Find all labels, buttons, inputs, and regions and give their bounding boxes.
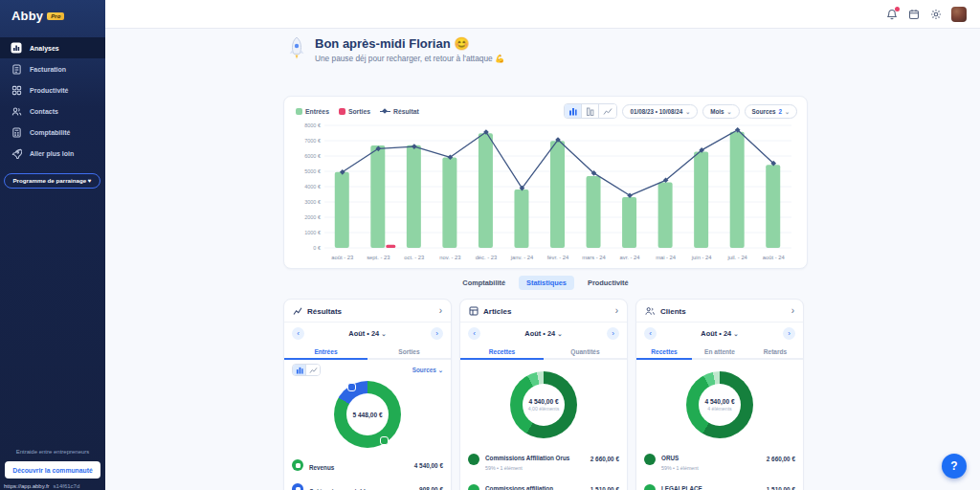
sidebar-footer: Entraide entre entrepreneurs Découvrir l… <box>0 449 105 479</box>
sidebar-item-productivite[interactable]: Productivité <box>0 79 105 100</box>
invoice-icon <box>11 63 22 75</box>
resultats-donut-chart[interactable]: 5 448,00 € <box>334 381 401 448</box>
tab-sorties[interactable]: Sorties <box>368 345 451 360</box>
tab-comptabilite[interactable]: Comptabilité <box>455 276 513 290</box>
category-icon <box>644 454 656 465</box>
settings-gear-icon[interactable] <box>929 8 943 21</box>
discover-community-button[interactable]: Découvrir la communauté <box>5 461 100 479</box>
sidebar-item-label: Aller plus loin <box>30 150 74 157</box>
sidebar-item-label: Contacts <box>30 108 58 115</box>
legend-row-revenus[interactable]: Revenus 4 540,00 € <box>292 454 443 478</box>
app-window: Abby Pro Analyses Facturation Producti <box>0 0 980 490</box>
sidebar-item-comptabilite[interactable]: Comptabilité <box>0 122 105 143</box>
sorties-swatch <box>339 108 345 115</box>
donut-subtotal: 4,00 éléments <box>528 406 560 412</box>
svg-text:sept. - 23: sept. - 23 <box>367 255 390 260</box>
user-avatar[interactable] <box>951 7 967 22</box>
svg-text:7000 €: 7000 € <box>304 138 321 144</box>
svg-text:2000 €: 2000 € <box>304 214 321 220</box>
donut-line-toggle <box>292 364 321 376</box>
calendar-icon[interactable] <box>907 8 921 21</box>
svg-text:août - 23: août - 23 <box>331 255 353 260</box>
donut-total: 5 448,00 € <box>352 412 382 418</box>
month-selector[interactable]: Août • 24 ⌄ <box>701 329 738 338</box>
tab-statistiques[interactable]: Statistiques <box>519 276 574 290</box>
sidebar-item-facturation[interactable]: Facturation <box>0 58 105 79</box>
chart-controls: 01/08/23 • 10/08/24⌄ Mois⌄ Sources2⌄ <box>564 103 797 119</box>
help-button[interactable]: ? <box>942 454 967 479</box>
prev-month-button[interactable]: ‹ <box>292 327 304 340</box>
topbar <box>105 0 980 29</box>
legend-row[interactable]: LEGALPLACE33% • 1 élément 1 510,00 € <box>644 475 795 490</box>
bar-chart-toggle-button[interactable] <box>565 104 582 118</box>
card-title: Résultats <box>307 307 434 316</box>
chevron-right-icon[interactable]: › <box>439 307 442 315</box>
referral-program-button[interactable]: Programme de parrainage ♥ <box>4 173 100 189</box>
articles-donut-chart[interactable]: 4 540,00 € 4,00 éléments <box>510 371 577 438</box>
greeting-subtitle: Une pause déj pour recharger, et retour … <box>315 54 504 63</box>
tab-recettes[interactable]: Recettes <box>460 345 544 360</box>
legend-row[interactable]: Commissions Affiliation Orus59% • 1 élém… <box>468 444 619 475</box>
segment-badge-icon <box>347 383 356 391</box>
line-view-button[interactable] <box>306 365 320 375</box>
svg-text:avr. - 24: avr. - 24 <box>620 255 641 260</box>
tab-en-attente[interactable]: En attente <box>692 345 747 360</box>
month-selector[interactable]: Août • 24 ⌄ <box>348 329 386 338</box>
status-url: https://app.abby.fr <box>4 483 50 489</box>
category-icon <box>292 459 303 471</box>
next-month-button[interactable]: › <box>783 327 795 340</box>
legend-resultat: Résultat <box>380 108 419 115</box>
brand-name: Abby <box>11 9 43 23</box>
stacked-bar-toggle-button[interactable] <box>582 104 599 118</box>
next-month-button[interactable]: › <box>607 327 619 340</box>
chevron-right-icon[interactable]: › <box>615 307 618 315</box>
tab-recettes[interactable]: Recettes <box>636 345 692 360</box>
tab-entrees[interactable]: Entrées <box>284 345 368 360</box>
svg-text:0 €: 0 € <box>313 245 321 251</box>
tab-productivite[interactable]: Productivité <box>580 276 636 290</box>
category-icon <box>644 484 656 490</box>
chevron-right-icon[interactable]: › <box>791 307 794 315</box>
card-tabs: Entrées Sorties <box>284 345 451 360</box>
clients-donut-chart[interactable]: 4 540,00 € 4 éléments <box>686 371 753 438</box>
card-tabs: Recettes En attente Retards <box>636 345 803 360</box>
prev-month-button[interactable]: ‹ <box>644 327 657 340</box>
people-icon <box>11 105 22 117</box>
card-legend: Commissions Affiliation Orus59% • 1 élém… <box>460 438 627 490</box>
browser-status-bar: https://app.abby.frs14f61c7d <box>4 483 79 489</box>
chevron-down-icon: ⌄ <box>685 108 690 115</box>
sources-dropdown[interactable]: Sources2⌄ <box>745 104 797 119</box>
svg-text:4000 €: 4000 € <box>304 184 321 189</box>
svg-text:mars - 24: mars - 24 <box>582 255 606 260</box>
date-range-dropdown[interactable]: 01/08/23 • 10/08/24⌄ <box>622 104 698 119</box>
grid-icon <box>11 84 22 96</box>
legend-sorties: Sorties <box>339 108 370 115</box>
tab-retards[interactable]: Retards <box>747 345 803 360</box>
sidebar-item-label: Facturation <box>30 66 66 73</box>
sidebar-item-contacts[interactable]: Contacts <box>0 100 105 122</box>
donut-view-button[interactable] <box>293 365 306 375</box>
clients-card: Clients › ‹ Août • 24 ⌄ › Recettes En at… <box>635 299 804 490</box>
articles-card: Articles › ‹ Août • 24 ⌄ › Recettes Quan… <box>459 299 628 490</box>
notifications-bell-icon[interactable] <box>885 8 899 21</box>
sidebar-item-analyses[interactable]: Analyses <box>0 37 105 58</box>
sidebar-item-aller-plus-loin[interactable]: Aller plus loin <box>0 143 105 164</box>
line-chart-toggle-button[interactable] <box>599 104 616 118</box>
chart-type-toggle <box>564 103 617 119</box>
card-sources-dropdown[interactable]: Sources ⌄ <box>412 367 443 374</box>
brand-logo[interactable]: Abby Pro <box>0 0 105 32</box>
prev-month-button[interactable]: ‹ <box>468 327 480 340</box>
resultats-card: Résultats › ‹ Août • 24 ⌄ › Entrées Sort… <box>283 299 452 490</box>
svg-text:nov. - 23: nov. - 23 <box>439 255 460 260</box>
chart-legend: Entrées Sorties Résultat <box>296 108 419 115</box>
granularity-dropdown[interactable]: Mois⌄ <box>702 104 739 119</box>
next-month-button[interactable]: › <box>431 327 443 340</box>
legend-row-categorie-comptable[interactable]: Catégorie comptable 908,00 € <box>292 478 443 490</box>
tab-quantites[interactable]: Quantités <box>544 345 627 360</box>
donut-total: 4 540,00 € <box>704 398 734 405</box>
greeting-block: Bon après-midi Florian 😊 Une pause déj p… <box>287 36 504 63</box>
svg-text:3000 €: 3000 € <box>304 199 321 205</box>
month-selector[interactable]: Août • 24 ⌄ <box>524 329 562 338</box>
legend-row[interactable]: ORUS59% • 1 élément 2 660,00 € <box>644 444 795 475</box>
legend-row[interactable]: Commissions affiliation33% • 1 élément 1… <box>468 475 619 490</box>
